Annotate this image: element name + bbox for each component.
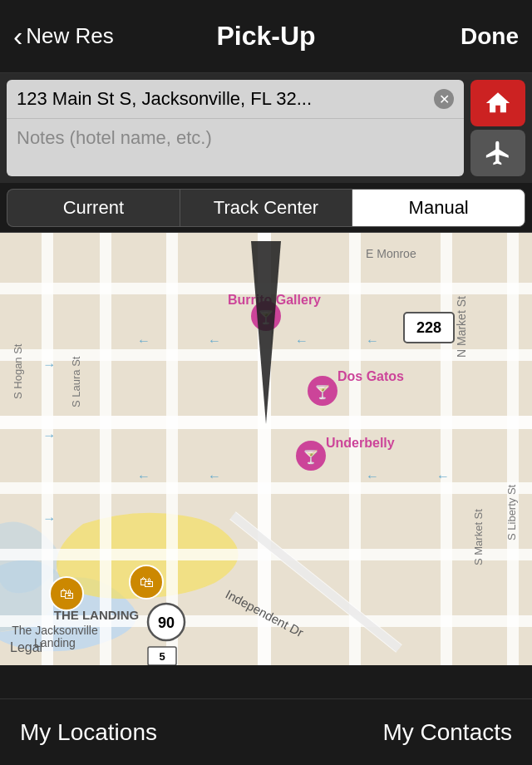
- back-button[interactable]: ‹ New Res: [13, 23, 114, 50]
- address-row: 123 Main St S, Jacksonville, FL 32... ✕: [7, 80, 464, 119]
- icon-buttons: [470, 80, 525, 176]
- address-inputs: 123 Main St S, Jacksonville, FL 32... ✕ …: [7, 80, 464, 176]
- page-title: Pick-Up: [216, 21, 315, 52]
- svg-text:Underbelly: Underbelly: [326, 436, 395, 450]
- svg-text:N Market St: N Market St: [455, 296, 468, 358]
- svg-text:←: ←: [208, 469, 221, 483]
- svg-text:🍸: 🍸: [314, 384, 331, 400]
- chevron-left-icon: ‹: [13, 22, 22, 50]
- home-button[interactable]: [470, 80, 525, 126]
- svg-text:S Market St: S Market St: [472, 509, 485, 565]
- svg-text:←: ←: [436, 469, 450, 483]
- svg-rect-11: [0, 482, 532, 494]
- svg-text:The Jacksonville: The Jacksonville: [12, 624, 98, 637]
- seg-track-center[interactable]: Track Center: [180, 189, 352, 227]
- svg-text:S Liberty St: S Liberty St: [505, 484, 518, 540]
- svg-text:90: 90: [158, 614, 175, 631]
- pin-body: [251, 241, 281, 424]
- plane-button[interactable]: [470, 130, 525, 176]
- svg-rect-6: [441, 233, 452, 665]
- svg-text:🛍: 🛍: [140, 575, 154, 590]
- svg-text:🛍: 🛍: [60, 586, 74, 602]
- svg-text:↑: ↑: [43, 516, 57, 522]
- clear-address-button[interactable]: ✕: [434, 89, 454, 109]
- map-area[interactable]: S Hogan St S Laura St N Market St S Mark…: [0, 233, 532, 665]
- svg-text:🍸: 🍸: [303, 449, 319, 465]
- plane-icon: [484, 139, 512, 167]
- notes-row[interactable]: Notes (hotel name, etc.): [7, 119, 464, 157]
- svg-text:E Monroe: E Monroe: [366, 247, 416, 260]
- svg-rect-2: [100, 233, 111, 665]
- back-label: New Res: [26, 23, 113, 49]
- svg-text:←: ←: [208, 333, 221, 348]
- segmented-control: Current Track Center Manual: [0, 183, 532, 233]
- address-field[interactable]: 123 Main St S, Jacksonville, FL 32...: [17, 88, 427, 110]
- svg-text:Dos Gatos: Dos Gatos: [337, 369, 404, 383]
- home-icon: [484, 89, 512, 117]
- notes-placeholder: Notes (hotel name, etc.): [17, 127, 212, 148]
- svg-rect-7: [507, 233, 519, 665]
- legal-text[interactable]: Legal: [10, 640, 42, 655]
- svg-text:↑: ↑: [43, 432, 57, 439]
- my-locations-button[interactable]: My Locations: [20, 719, 157, 746]
- seg-manual[interactable]: Manual: [352, 189, 525, 227]
- my-contacts-button[interactable]: My Contacts: [382, 719, 512, 746]
- done-button[interactable]: Done: [461, 23, 519, 50]
- svg-text:S Hogan St: S Hogan St: [12, 343, 24, 399]
- address-section: 123 Main St S, Jacksonville, FL 32... ✕ …: [0, 73, 532, 183]
- svg-text:←: ←: [295, 333, 308, 348]
- svg-text:5: 5: [159, 650, 165, 663]
- footer: My Locations My Contacts: [0, 698, 532, 765]
- svg-text:THE LANDING: THE LANDING: [54, 608, 140, 622]
- svg-text:↑: ↑: [43, 362, 57, 368]
- seg-current[interactable]: Current: [7, 189, 180, 227]
- header: ‹ New Res Pick-Up Done: [0, 0, 532, 73]
- svg-text:S Laura St: S Laura St: [70, 356, 82, 407]
- svg-text:228: 228: [416, 319, 441, 336]
- svg-rect-12: [0, 549, 532, 560]
- svg-rect-3: [166, 233, 178, 665]
- svg-text:←: ←: [137, 469, 150, 483]
- svg-text:←: ←: [366, 469, 379, 483]
- svg-text:←: ←: [137, 333, 150, 348]
- svg-text:←: ←: [366, 333, 379, 348]
